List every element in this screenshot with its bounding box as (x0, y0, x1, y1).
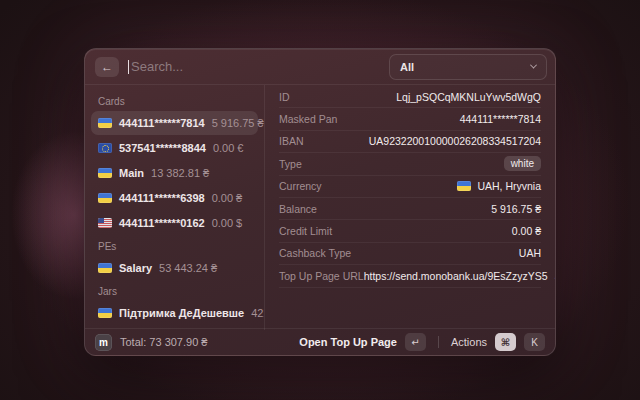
detail-value-text: white (504, 156, 541, 171)
detail-row-iban: IBANUA923220010000026208334517204 (279, 131, 541, 153)
ua-flag-icon (98, 263, 112, 273)
footer-divider (438, 336, 439, 348)
list-item[interactable]: 444111******63980.00 ₴ (91, 186, 258, 210)
search-input[interactable]: Search... (128, 59, 381, 74)
list-item[interactable]: 537541******88440.00 € (91, 136, 258, 160)
detail-label: Masked Pan (279, 113, 337, 125)
footer-bar: m Total: 73 307.90 ₴ Open Top Up Page ↵ … (85, 328, 555, 355)
detail-value: https://send.monobank.ua/9EsZzyzYS5↗ (364, 270, 555, 282)
list-item-title: Salary (119, 262, 152, 274)
detail-row-credit-limit: Credit Limit0.00 ₴ (279, 220, 541, 242)
list-item-amount: 0.00 $ (212, 217, 243, 229)
list-item-amount: 422.00 ₴ (251, 307, 265, 319)
detail-value: 0.00 ₴ (512, 225, 541, 237)
list-item-amount: 0.00 ₴ (212, 192, 243, 204)
back-arrow-icon: ← (101, 60, 113, 74)
detail-value-text: UAH (519, 247, 541, 259)
detail-value: white (504, 156, 541, 171)
list-item[interactable]: Main13 382.81 ₴ (91, 161, 258, 185)
detail-value: 444111******7814 (460, 113, 541, 125)
command-key-icon: ⌘ (495, 333, 516, 351)
detail-label: Credit Limit (279, 225, 332, 237)
section-label-cards: Cards (91, 91, 258, 111)
list-item-amount: 13 382.81 ₴ (151, 167, 209, 179)
search-placeholder: Search... (131, 59, 183, 74)
list-item-title: 444111******7814 (119, 117, 205, 129)
detail-value: Lqj_pSQCqMKNLuYwv5dWgQ (396, 91, 541, 103)
list-item-amount: 53 443.24 ₴ (159, 262, 217, 274)
list-item[interactable]: Підтримка ДеДешевше422.00 ₴ (91, 301, 258, 325)
text-cursor (128, 60, 129, 74)
detail-value-text: UAH, Hryvnia (477, 180, 541, 192)
ua-flag-icon (98, 308, 112, 318)
ua-flag-icon (98, 193, 112, 203)
actions-button[interactable]: Actions (451, 336, 487, 348)
list-item-title: Main (119, 167, 144, 179)
detail-value: UAH, Hryvnia (457, 180, 541, 192)
filter-dropdown[interactable]: All (389, 54, 547, 80)
eu-flag-icon (98, 143, 112, 153)
sidebar-list: Cards444111******78145 916.75 ₴537541***… (85, 85, 265, 330)
detail-value: UA923220010000026208334517204 (369, 135, 541, 147)
list-item-title: 537541******8844 (119, 142, 206, 154)
desktop-background: ← Search... All Cards444111******78145 9… (0, 0, 640, 400)
ua-flag-icon (98, 168, 112, 178)
list-item-amount: 5 916.75 ₴ (212, 117, 264, 129)
total-balance: Total: 73 307.90 ₴ (120, 336, 207, 348)
detail-value-text: UA923220010000026208334517204 (369, 135, 541, 147)
detail-value: 5 916.75 ₴ (491, 203, 541, 215)
search-header: ← Search... All (85, 49, 555, 85)
list-item[interactable]: 444111******78145 916.75 ₴ (91, 111, 258, 135)
detail-label: Type (279, 158, 302, 170)
detail-label: Top Up Page URL (279, 270, 364, 282)
detail-row-type: Typewhite (279, 153, 541, 175)
detail-label: Balance (279, 203, 317, 215)
detail-row-cashback-type: Cashback TypeUAH (279, 243, 541, 265)
detail-value-text: 444111******7814 (460, 113, 541, 125)
list-item-title: 444111******6398 (119, 192, 205, 204)
monobank-logo: m (95, 334, 112, 351)
content-area: Cards444111******78145 916.75 ₴537541***… (85, 85, 555, 330)
ua-flag-icon (98, 118, 112, 128)
list-item-title: 444111******0162 (119, 217, 205, 229)
detail-value-text: Lqj_pSQCqMKNLuYwv5dWgQ (396, 91, 541, 103)
list-item-amount: 0.00 € (213, 142, 244, 154)
detail-row-balance: Balance5 916.75 ₴ (279, 198, 541, 220)
detail-label: Currency (279, 180, 322, 192)
section-label-pes: PEs (91, 236, 258, 256)
back-button[interactable]: ← (95, 57, 119, 77)
detail-row-masked-pan: Masked Pan444111******7814 (279, 108, 541, 130)
list-item[interactable]: 444111******01620.00 $ (91, 211, 258, 235)
external-link-icon: ↗ (554, 270, 556, 281)
filter-dropdown-value: All (400, 61, 414, 73)
detail-row-currency: CurrencyUAH, Hryvnia (279, 176, 541, 198)
detail-row-top-up-page-url[interactable]: Top Up Page URLhttps://send.monobank.ua/… (279, 265, 541, 287)
detail-label: Cashback Type (279, 247, 351, 259)
launcher-window: ← Search... All Cards444111******78145 9… (84, 48, 556, 356)
us-flag-icon (98, 218, 112, 228)
chevron-down-icon (530, 62, 537, 69)
detail-value: UAH (519, 247, 541, 259)
detail-value-text: https://send.monobank.ua/9EsZzyzYS5 (364, 270, 548, 282)
detail-value-text: 5 916.75 ₴ (491, 203, 541, 215)
k-key-icon: K (524, 333, 545, 351)
detail-row-id: IDLqj_pSQCqMKNLuYwv5dWgQ (279, 86, 541, 108)
list-item[interactable]: Salary53 443.24 ₴ (91, 256, 258, 280)
section-label-jars: Jars (91, 281, 258, 301)
detail-value-text: 0.00 ₴ (512, 225, 541, 237)
detail-label: ID (279, 91, 290, 103)
detail-label: IBAN (279, 135, 304, 147)
return-key-icon: ↵ (405, 333, 426, 351)
logo-glyph: m (99, 337, 108, 348)
list-item-title: Підтримка ДеДешевше (119, 307, 244, 319)
ua-flag-icon (457, 181, 471, 191)
detail-panel: IDLqj_pSQCqMKNLuYwv5dWgQMasked Pan444111… (265, 85, 555, 330)
open-top-up-page-button[interactable]: Open Top Up Page (299, 336, 397, 348)
